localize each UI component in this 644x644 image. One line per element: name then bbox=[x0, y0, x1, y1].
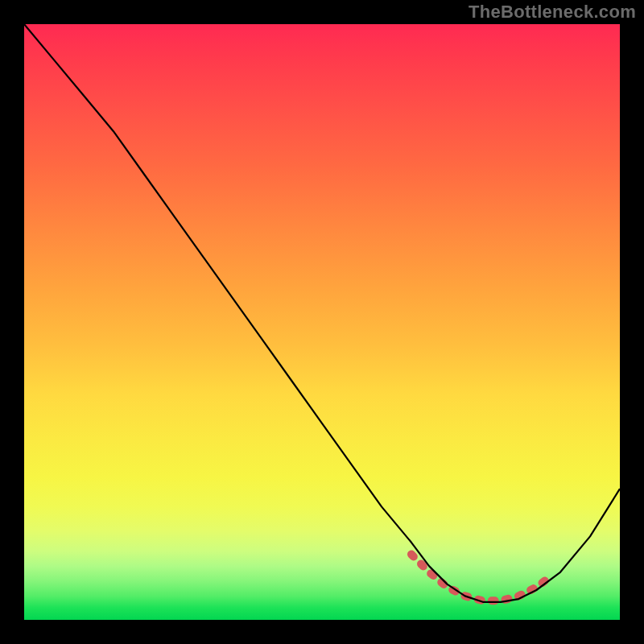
chart-svg bbox=[24, 24, 620, 620]
plot-area bbox=[24, 24, 620, 620]
watermark-text: TheBottleneck.com bbox=[469, 2, 636, 23]
chart-frame: TheBottleneck.com bbox=[0, 0, 644, 644]
bottleneck-curve-line bbox=[24, 24, 620, 602]
